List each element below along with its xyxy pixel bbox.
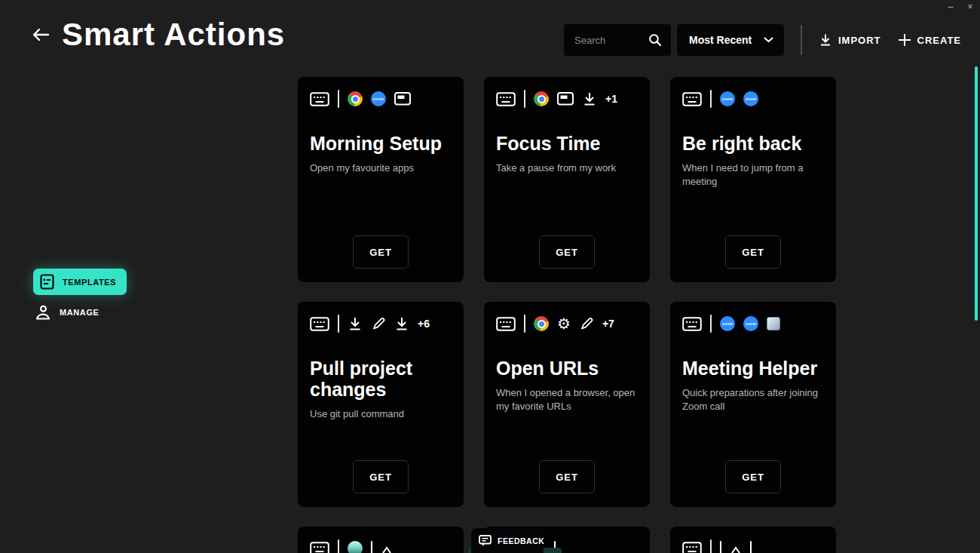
- back-arrow-icon: [32, 28, 50, 41]
- zoom-icon: zoom: [720, 91, 735, 106]
- keyboard-icon: [310, 317, 329, 331]
- card-icon-row: [682, 539, 824, 553]
- bar-icon: [371, 541, 372, 553]
- create-button[interactable]: CREATE: [898, 33, 961, 47]
- icon-divider: [710, 90, 712, 108]
- card-icon-row: zoomzoom: [682, 89, 824, 109]
- more-count: +6: [418, 318, 430, 330]
- keyboard-icon: [682, 92, 702, 106]
- back-button[interactable]: [30, 24, 51, 45]
- caret-icon: [730, 541, 742, 553]
- window-controls: – ×: [944, 0, 977, 14]
- person-icon: [35, 304, 51, 321]
- sidebar-item-templates[interactable]: TEMPLATES: [33, 269, 127, 295]
- card-description: When I opened a browser, open my favorit…: [496, 386, 638, 413]
- import-button[interactable]: IMPORT: [819, 33, 881, 47]
- card-icon-row: +1: [496, 89, 638, 109]
- feedback-tab[interactable]: FEEDBACK: [471, 528, 544, 553]
- download-icon: [394, 316, 409, 331]
- keyboard-icon: [682, 317, 702, 331]
- card-title: Focus Time: [496, 133, 638, 154]
- get-button[interactable]: GET: [539, 235, 595, 269]
- create-label: CREATE: [917, 35, 961, 46]
- more-count: +1: [605, 93, 617, 105]
- window-icon: [394, 92, 411, 106]
- window-icon: [557, 92, 574, 106]
- search-icon: [648, 33, 662, 47]
- keyboard-icon: [496, 317, 516, 331]
- get-button[interactable]: GET: [353, 235, 409, 269]
- card-icon-row: zoomzoom: [682, 314, 824, 333]
- icon-divider: [710, 315, 712, 333]
- download-icon: [582, 91, 597, 106]
- card-description: Use git pull command: [310, 407, 452, 421]
- sidebar-item-label: TEMPLATES: [63, 278, 116, 287]
- minimize-button[interactable]: –: [944, 0, 957, 14]
- card-description: Open my favourite apps: [310, 161, 452, 175]
- feedback-label: FEEDBACK: [498, 536, 544, 545]
- template-card: [670, 527, 836, 553]
- template-card: ⚙+7 Open URLs When I opened a browser, o…: [484, 302, 650, 507]
- close-button[interactable]: ×: [963, 0, 977, 14]
- search-box[interactable]: [564, 24, 671, 56]
- chrome-icon: [534, 316, 549, 331]
- card-title: Morning Setup: [310, 133, 452, 154]
- icon-divider: [524, 315, 525, 333]
- sidebar-item-label: MANAGE: [60, 308, 100, 317]
- zoom-icon: zoom: [720, 316, 735, 331]
- card-description: Quick preparations after joining Zoom ca…: [682, 386, 824, 413]
- get-button[interactable]: GET: [725, 235, 781, 269]
- keyboard-icon: [682, 542, 702, 553]
- pencil-icon: [579, 316, 594, 331]
- bar-icon: [750, 541, 752, 553]
- get-button[interactable]: GET: [539, 460, 595, 493]
- more-count: +7: [602, 318, 614, 330]
- get-button[interactable]: GET: [725, 460, 781, 493]
- templates-grid: zoom Morning Setup Open my favourite app…: [298, 77, 838, 553]
- plus-icon: [898, 33, 911, 47]
- sidebar: TEMPLATES MANAGE: [33, 269, 154, 330]
- pencil-icon: [371, 316, 386, 331]
- chrome-icon: [348, 91, 363, 106]
- template-card: zoomzoom Meeting Helper Quick preparatio…: [670, 302, 836, 507]
- import-icon: [819, 33, 832, 47]
- template-card: zoom Morning Setup Open my favourite app…: [298, 77, 464, 282]
- search-input[interactable]: [574, 35, 648, 46]
- toolbar-divider: [801, 25, 802, 55]
- card-title: Be right back: [682, 133, 824, 154]
- card-icon-row: zoom: [310, 89, 452, 109]
- header: Smart Actions: [30, 17, 285, 53]
- sort-selected-value: Most Recent: [689, 34, 752, 46]
- keyboard-icon: [310, 92, 329, 106]
- template-card: +6 Pull project changes Use git pull com…: [298, 302, 464, 507]
- card-icon-row: [310, 539, 452, 553]
- card-description: Take a pause from my work: [496, 161, 638, 175]
- page-title: Smart Actions: [62, 17, 285, 53]
- template-card: zoomzoom Be right back When I need to ju…: [670, 77, 836, 282]
- gear-icon: ⚙: [557, 316, 571, 331]
- sort-dropdown[interactable]: Most Recent: [677, 24, 784, 56]
- templates-icon: [40, 274, 54, 290]
- card-title: Pull project changes: [310, 358, 452, 400]
- icon-divider: [524, 90, 525, 108]
- icon-divider: [710, 539, 712, 553]
- card-title: Open URLs: [496, 358, 638, 379]
- globe-icon: [348, 541, 363, 553]
- notepad-icon: [767, 317, 780, 330]
- sidebar-item-manage[interactable]: MANAGE: [33, 304, 154, 321]
- chevron-down-icon: [764, 37, 773, 43]
- template-card: [298, 527, 464, 553]
- icon-divider: [338, 315, 339, 333]
- download-icon: [348, 316, 363, 331]
- keyboard-icon: [310, 542, 329, 553]
- chrome-icon: [534, 91, 549, 106]
- toolbar: Most Recent IMPORT CREATE: [564, 24, 961, 56]
- card-description: When I need to jump from a meeting: [682, 161, 824, 188]
- get-button[interactable]: GET: [353, 460, 409, 493]
- card-icon-row: ⚙+7: [496, 314, 638, 333]
- vertical-scrollbar-thumb[interactable]: [975, 66, 978, 321]
- icon-divider: [338, 539, 339, 553]
- keyboard-icon: [496, 92, 516, 106]
- import-label: IMPORT: [838, 35, 881, 46]
- icon-divider: [338, 90, 339, 108]
